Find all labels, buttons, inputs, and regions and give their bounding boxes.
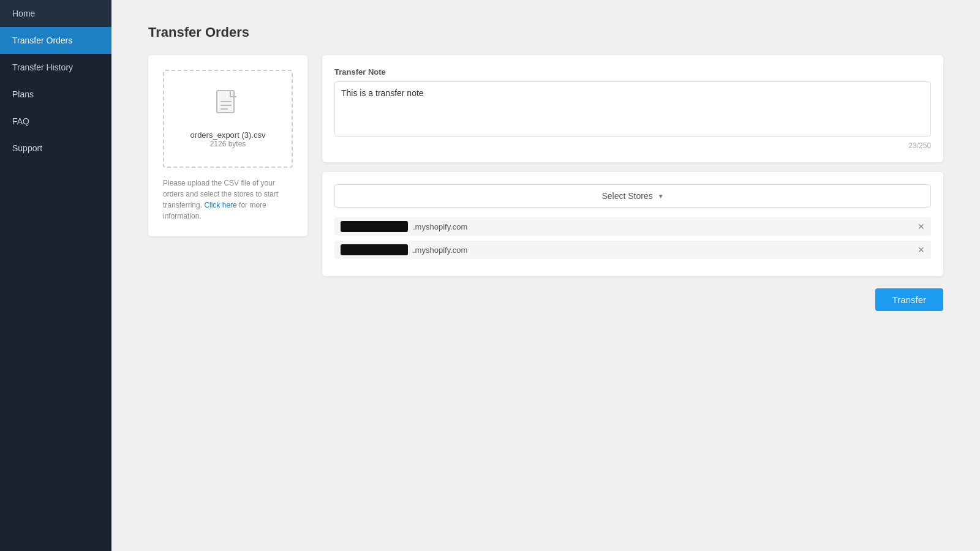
store-domain-1: .myshopify.com bbox=[413, 222, 467, 231]
file-icon bbox=[216, 89, 240, 124]
upload-instructions: Please upload the CSV file of your order… bbox=[163, 178, 293, 222]
store-name-redacted-2 bbox=[341, 244, 408, 255]
sidebar-item-faq[interactable]: FAQ bbox=[0, 108, 111, 135]
cards-row: orders_export (3).csv 2126 bytes Please … bbox=[148, 55, 943, 311]
transfer-note-textarea[interactable]: This is a transfer note bbox=[334, 81, 931, 137]
chevron-down-icon: ▼ bbox=[658, 193, 664, 200]
stores-card: Select Stores ▼ .myshopify.com ✕ .myshop… bbox=[322, 172, 943, 276]
transfer-note-card: Transfer Note This is a transfer note 23… bbox=[322, 55, 943, 162]
store-remove-button-1[interactable]: ✕ bbox=[918, 222, 925, 231]
store-domain-2: .myshopify.com bbox=[413, 246, 467, 255]
store-tag-2: .myshopify.com ✕ bbox=[334, 241, 931, 259]
upload-card: orders_export (3).csv 2126 bytes Please … bbox=[148, 55, 307, 236]
transfer-note-label: Transfer Note bbox=[334, 67, 931, 77]
file-size: 2126 bytes bbox=[210, 140, 246, 148]
store-tag-1: .myshopify.com ✕ bbox=[334, 217, 931, 236]
main-content: Transfer Orders orders_export (3).csv 21… bbox=[111, 0, 980, 551]
click-here-link[interactable]: Click here bbox=[204, 201, 236, 209]
store-remove-button-2[interactable]: ✕ bbox=[918, 246, 925, 254]
select-stores-button[interactable]: Select Stores ▼ bbox=[334, 184, 931, 208]
sidebar-item-support[interactable]: Support bbox=[0, 135, 111, 162]
page-title: Transfer Orders bbox=[148, 24, 943, 40]
transfer-button[interactable]: Transfer bbox=[875, 288, 943, 311]
store-name-redacted-1 bbox=[341, 221, 408, 232]
sidebar-item-home[interactable]: Home bbox=[0, 0, 111, 27]
transfer-btn-row: Transfer bbox=[322, 288, 943, 311]
note-counter: 23/250 bbox=[334, 141, 931, 150]
sidebar-item-plans[interactable]: Plans bbox=[0, 81, 111, 108]
sidebar-item-transfer-history[interactable]: Transfer History bbox=[0, 54, 111, 81]
right-panel: Transfer Note This is a transfer note 23… bbox=[322, 55, 943, 311]
drop-zone[interactable]: orders_export (3).csv 2126 bytes bbox=[163, 70, 293, 168]
sidebar: Home Transfer Orders Transfer History Pl… bbox=[0, 0, 111, 551]
file-name: orders_export (3).csv bbox=[190, 130, 266, 140]
sidebar-item-transfer-orders[interactable]: Transfer Orders bbox=[0, 27, 111, 54]
